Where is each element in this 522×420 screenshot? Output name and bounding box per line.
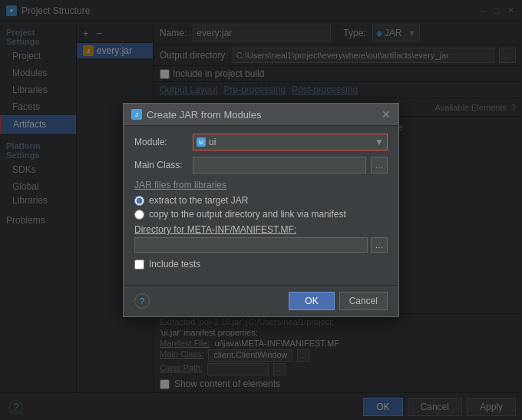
include-tests-checkbox[interactable] bbox=[134, 260, 144, 270]
modal-ok-button[interactable]: OK bbox=[289, 292, 334, 310]
copy-label: copy to the output directory and link vi… bbox=[149, 209, 346, 220]
modal-help-button[interactable]: ? bbox=[134, 293, 150, 309]
module-dropdown-arrow: ▼ bbox=[375, 137, 384, 147]
module-icon: M bbox=[197, 137, 206, 147]
main-class-modal-input[interactable] bbox=[193, 157, 366, 174]
extract-label: extract to the target JAR bbox=[149, 195, 248, 206]
dir-input-row: … bbox=[134, 237, 388, 253]
main-class-modal-row: Main Class: … bbox=[134, 157, 388, 174]
modal-overlay: J Create JAR from Modules ✕ Module: M ui… bbox=[0, 0, 522, 420]
copy-radio[interactable] bbox=[134, 210, 144, 220]
modal-body: Module: M ui ▼ Main Class: … JAR files f… bbox=[124, 126, 398, 285]
include-tests-label: Include tests bbox=[149, 259, 200, 270]
modal-footer: ? OK Cancel bbox=[124, 285, 398, 316]
extract-radio-row: extract to the target JAR bbox=[134, 195, 388, 206]
include-tests-row: Include tests bbox=[134, 259, 388, 270]
dir-input[interactable] bbox=[134, 237, 368, 253]
module-select[interactable]: M ui ▼ bbox=[193, 134, 388, 150]
modal-icon: J bbox=[131, 109, 142, 120]
modal-cancel-button[interactable]: Cancel bbox=[339, 292, 388, 310]
extract-radio[interactable] bbox=[134, 196, 144, 206]
dir-browse-button[interactable]: … bbox=[371, 237, 388, 253]
create-jar-modal: J Create JAR from Modules ✕ Module: M ui… bbox=[123, 103, 399, 317]
main-class-modal-browse[interactable]: … bbox=[371, 157, 388, 174]
modal-title-bar: J Create JAR from Modules ✕ bbox=[124, 104, 398, 126]
main-class-modal-label: Main Class: bbox=[134, 160, 188, 170]
modal-title: J Create JAR from Modules bbox=[131, 109, 262, 121]
jar-files-label: JAR files from libraries bbox=[134, 180, 388, 190]
dir-row: Directory for META-INF/MANIFEST.MF: … bbox=[134, 224, 388, 253]
dir-label: Directory for META-INF/MANIFEST.MF: bbox=[134, 224, 388, 235]
module-row: Module: M ui ▼ bbox=[134, 134, 388, 150]
module-label: Module: bbox=[134, 137, 188, 147]
modal-close-button[interactable]: ✕ bbox=[382, 108, 391, 121]
copy-radio-row: copy to the output directory and link vi… bbox=[134, 209, 388, 220]
